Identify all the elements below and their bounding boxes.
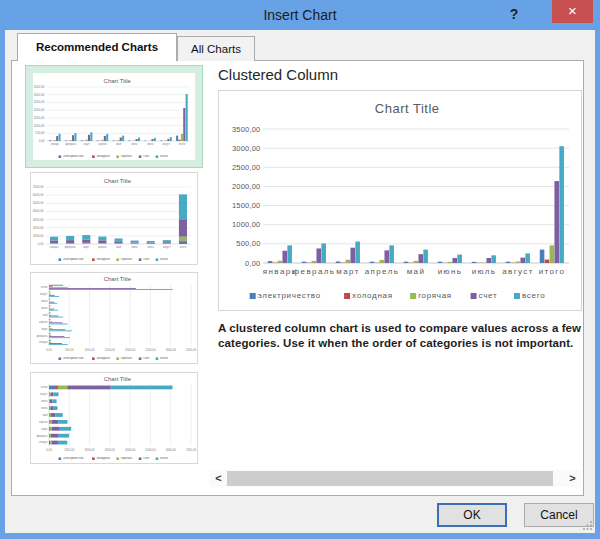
svg-text:апрель: апрель xyxy=(365,267,400,276)
svg-text:июль: июль xyxy=(472,267,497,276)
scrollbar-track[interactable] xyxy=(227,470,564,487)
chart-preview: Chart Title0,00500,001000,001500,002000,… xyxy=(218,90,582,311)
svg-text:1000,00: 1000,00 xyxy=(232,220,261,229)
svg-text:август: август xyxy=(502,267,534,276)
svg-text:1000,00: 1000,00 xyxy=(33,234,44,238)
svg-text:февраль: февраль xyxy=(37,334,48,338)
svg-text:2500,00: 2500,00 xyxy=(232,163,261,172)
svg-text:май: май xyxy=(43,313,48,317)
svg-text:Chart Title: Chart Title xyxy=(104,376,132,382)
svg-text:август: август xyxy=(40,293,48,296)
tab-all-charts[interactable]: All Charts xyxy=(177,36,255,61)
svg-text:счет: счет xyxy=(479,291,498,300)
svg-text:январь: январь xyxy=(39,341,48,344)
help-icon[interactable]: ? xyxy=(500,0,528,30)
svg-text:500,00: 500,00 xyxy=(236,239,260,248)
svg-text:2000,00: 2000,00 xyxy=(85,448,96,452)
svg-text:4000,00: 4000,00 xyxy=(125,448,136,452)
svg-text:2500,00: 2500,00 xyxy=(145,348,156,352)
svg-text:3000,00: 3000,00 xyxy=(232,144,261,153)
chart-preview-svg: Chart Title0,00500,001000,001500,002000,… xyxy=(219,91,581,310)
svg-text:3000,00: 3000,00 xyxy=(34,93,45,97)
svg-text:горячая: горячая xyxy=(121,154,132,158)
svg-text:итого: итого xyxy=(179,143,186,146)
svg-text:горячая: горячая xyxy=(418,291,452,300)
svg-text:февраль: февраль xyxy=(37,434,48,438)
thumbnail-stacked-bar[interactable]: Chart Title0,001000,002000,003000,004000… xyxy=(30,372,198,464)
thumbnail-stacked-bar-chart: Chart Title0,001000,002000,003000,004000… xyxy=(31,373,197,463)
svg-text:итого: итого xyxy=(41,386,48,389)
svg-text:6000,00: 6000,00 xyxy=(33,193,44,197)
svg-text:июнь: июнь xyxy=(41,407,48,410)
svg-text:холодная: холодная xyxy=(97,154,111,158)
svg-text:июль: июль xyxy=(147,143,154,146)
svg-text:7000,00: 7000,00 xyxy=(186,448,197,452)
svg-text:февраль: февраль xyxy=(65,245,76,249)
svg-text:Chart Title: Chart Title xyxy=(104,78,132,84)
close-button[interactable]: × xyxy=(552,0,593,23)
scroll-left-button[interactable]: < xyxy=(210,470,227,487)
svg-text:май: май xyxy=(116,142,121,146)
svg-text:апрель: апрель xyxy=(98,143,107,146)
svg-text:счет: счет xyxy=(143,356,150,360)
chart-description: A clustered column chart is used to comp… xyxy=(218,321,590,351)
svg-text:0,00: 0,00 xyxy=(38,242,44,246)
svg-text:0,00: 0,00 xyxy=(39,139,45,143)
svg-text:итого: итого xyxy=(539,267,566,276)
svg-text:июль: июль xyxy=(148,246,155,249)
thumbnail-clustered-bar[interactable]: Chart Title0,00500,001000,001500,002000,… xyxy=(30,272,198,364)
thumbnail-clustered-column-chart: Chart Title0,00500,001000,001500,002000,… xyxy=(33,73,195,160)
svg-text:500,00: 500,00 xyxy=(65,348,74,352)
svg-text:август: август xyxy=(162,143,170,146)
svg-text:май: май xyxy=(43,413,48,417)
horizontal-scrollbar[interactable]: < > xyxy=(210,470,581,487)
close-icon: × xyxy=(568,2,577,19)
svg-text:электричество: электричество xyxy=(258,291,321,300)
tab-recommended-charts[interactable]: Recommended Charts xyxy=(17,33,177,61)
svg-text:счет: счет xyxy=(143,257,150,261)
svg-text:электричество: электричество xyxy=(63,257,84,261)
svg-text:апрель: апрель xyxy=(39,321,48,324)
svg-text:август: август xyxy=(40,393,48,396)
svg-text:горячая: горячая xyxy=(121,456,132,460)
thumbnail-stacked-column-chart: Chart Title0,001000,002000,003000,004000… xyxy=(31,173,197,264)
svg-text:2000,00: 2000,00 xyxy=(125,348,136,352)
titlebar[interactable]: Insert Chart ? × xyxy=(0,0,600,30)
svg-text:горячая: горячая xyxy=(121,356,132,360)
chart-type-heading: Clustered Column xyxy=(218,66,338,83)
svg-text:итого: итого xyxy=(180,246,187,249)
svg-text:3500,00: 3500,00 xyxy=(232,125,261,134)
thumbnail-clustered-bar-chart: Chart Title0,00500,001000,001500,002000,… xyxy=(31,273,197,363)
svg-text:5000,00: 5000,00 xyxy=(33,201,44,205)
svg-text:6000,00: 6000,00 xyxy=(166,448,177,452)
svg-text:электричество: электричество xyxy=(63,456,84,460)
svg-text:2000,00: 2000,00 xyxy=(232,182,261,191)
scrollbar-thumb[interactable] xyxy=(227,471,553,486)
thumbnail-clustered-column[interactable]: Chart Title0,00500,001000,001500,002000,… xyxy=(25,65,203,168)
svg-text:июнь: июнь xyxy=(132,246,139,249)
svg-text:апрель: апрель xyxy=(39,421,48,424)
svg-text:0,00: 0,00 xyxy=(46,348,52,352)
svg-text:2000,00: 2000,00 xyxy=(33,226,44,230)
svg-text:январь: январь xyxy=(39,441,48,444)
svg-text:всего: всего xyxy=(160,257,168,261)
svg-text:2000,00: 2000,00 xyxy=(34,108,45,112)
svg-text:0,00: 0,00 xyxy=(245,259,260,268)
svg-text:февраль: февраль xyxy=(65,142,76,146)
svg-text:февраль: февраль xyxy=(293,267,336,276)
svg-text:7000,00: 7000,00 xyxy=(33,185,44,189)
svg-text:март: март xyxy=(83,246,90,249)
svg-text:март: март xyxy=(84,143,91,146)
svg-text:3500,00: 3500,00 xyxy=(186,348,197,352)
svg-text:счет: счет xyxy=(143,154,150,158)
svg-text:3000,00: 3000,00 xyxy=(33,218,44,222)
svg-text:август: август xyxy=(163,246,171,249)
svg-text:холодная: холодная xyxy=(97,456,111,460)
insert-chart-dialog: Insert Chart ? × Recommended Charts All … xyxy=(0,0,600,539)
ok-button[interactable]: OK xyxy=(437,503,507,527)
thumbnail-stacked-column[interactable]: Chart Title0,001000,002000,003000,004000… xyxy=(30,172,198,265)
svg-text:счет: счет xyxy=(143,456,150,460)
svg-text:всего: всего xyxy=(160,356,168,360)
resize-grip[interactable] xyxy=(583,520,593,530)
scroll-right-button[interactable]: > xyxy=(564,470,581,487)
